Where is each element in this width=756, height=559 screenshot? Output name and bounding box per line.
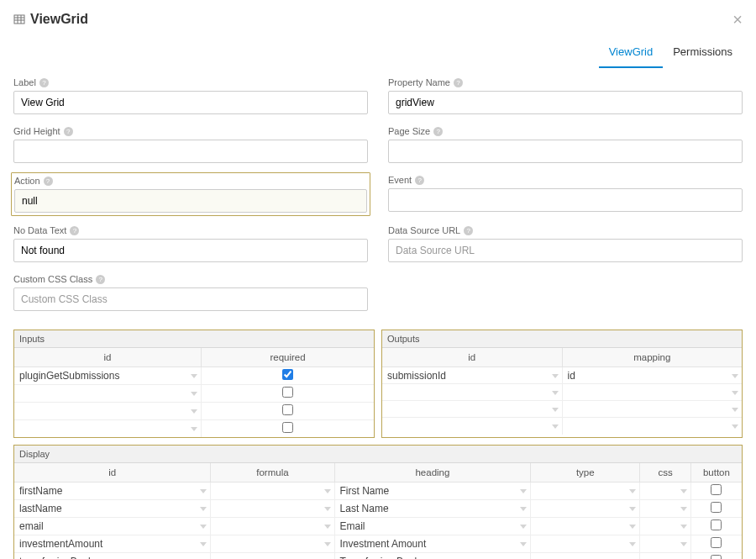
table-cell[interactable] [14, 420, 202, 438]
checkbox[interactable] [711, 484, 722, 495]
tab-viewgrid[interactable]: ViewGrid [599, 37, 664, 68]
table-cell[interactable] [211, 553, 334, 560]
display-section: Display id formula heading type css butt… [13, 445, 743, 559]
table-cell[interactable] [382, 384, 562, 401]
grid-height-input[interactable] [13, 140, 368, 163]
data-source-url-input[interactable] [388, 239, 743, 262]
table-cell[interactable]: Last Name [334, 500, 531, 518]
table-cell[interactable] [531, 518, 640, 535]
table-cell[interactable]: Transferring Bank [334, 553, 531, 560]
table-cell[interactable] [531, 535, 640, 553]
inputs-section: Inputs id required pluginGetSubmissions [13, 330, 375, 438]
table-cell[interactable]: investmentAmount [14, 535, 211, 553]
table-row: emailEmail [14, 518, 742, 535]
field-data-source-url: Data Source URL? [388, 225, 743, 262]
help-icon[interactable]: ? [96, 275, 105, 284]
table-cell[interactable] [14, 385, 202, 403]
table-cell[interactable] [14, 403, 202, 420]
table-cell[interactable] [211, 535, 334, 553]
table-cell [690, 483, 742, 500]
help-icon[interactable]: ? [64, 127, 73, 136]
table-cell[interactable] [382, 418, 562, 435]
table-cell[interactable]: submissionId [382, 367, 562, 384]
table-row [14, 403, 374, 420]
table-cell [690, 535, 742, 553]
table-row: pluginGetSubmissions [14, 367, 374, 385]
checkbox[interactable] [711, 502, 722, 513]
no-data-text-input[interactable] [13, 239, 368, 262]
field-custom-css-class: Custom CSS Class? [13, 274, 368, 311]
table-cell[interactable] [562, 401, 742, 418]
table-cell[interactable] [640, 500, 691, 518]
table-cell[interactable]: Investment Amount [334, 535, 531, 553]
field-property-name: Property Name? [388, 77, 743, 114]
table-cell[interactable]: firstName [14, 483, 211, 500]
table-cell[interactable] [531, 553, 640, 560]
table-cell [690, 518, 742, 535]
help-icon[interactable]: ? [454, 78, 463, 87]
table-cell[interactable]: lastName [14, 500, 211, 518]
custom-css-class-input[interactable] [13, 287, 368, 311]
close-icon[interactable]: × [732, 11, 743, 28]
table-cell [202, 403, 374, 420]
table-cell[interactable]: Email [334, 518, 531, 535]
checkbox[interactable] [711, 555, 722, 559]
help-icon[interactable]: ? [433, 127, 443, 136]
form: Label? Property Name? Grid Height? Page … [13, 77, 743, 559]
table-cell[interactable] [382, 401, 562, 418]
help-icon[interactable]: ? [415, 176, 424, 185]
checkbox[interactable] [282, 387, 293, 398]
table-cell[interactable]: pluginGetSubmissions [14, 367, 202, 385]
field-grid-height: Grid Height? [13, 126, 368, 163]
table-cell[interactable] [640, 518, 691, 535]
checkbox[interactable] [282, 369, 293, 380]
table-row [382, 418, 742, 435]
field-page-size: Page Size? [388, 126, 743, 163]
table-row [382, 384, 742, 401]
dialog-title: ViewGrid [30, 12, 88, 27]
table-cell[interactable] [531, 500, 640, 518]
table-cell[interactable]: transferringBank [14, 553, 211, 560]
property-name-input[interactable] [388, 91, 743, 114]
checkbox[interactable] [282, 404, 293, 415]
help-icon[interactable]: ? [44, 177, 53, 186]
tab-permissions[interactable]: Permissions [663, 37, 743, 68]
table-row [382, 401, 742, 418]
field-event: Event? [388, 175, 743, 214]
checkbox[interactable] [711, 519, 722, 530]
table-row: submissionIdid [382, 367, 742, 384]
table-cell[interactable] [211, 500, 334, 518]
table-cell[interactable] [211, 483, 334, 500]
inputs-header: Inputs [14, 330, 374, 348]
event-input[interactable] [388, 188, 743, 212]
table-cell[interactable]: First Name [334, 483, 531, 500]
table-cell [202, 367, 374, 385]
table-cell[interactable] [640, 535, 691, 553]
page-size-input[interactable] [388, 140, 743, 163]
field-action: Action? [13, 175, 368, 214]
table-cell[interactable]: id [562, 367, 742, 384]
table-cell[interactable] [562, 384, 742, 401]
checkbox[interactable] [711, 537, 722, 548]
table-cell[interactable] [531, 483, 640, 500]
dialog-header: ViewGrid × [13, 7, 743, 32]
table-cell[interactable]: email [14, 518, 211, 535]
table-cell[interactable] [640, 553, 691, 560]
display-header: Display [14, 446, 742, 463]
table-row: transferringBankTransferring Bank [14, 553, 742, 560]
table-cell[interactable] [562, 418, 742, 435]
tab-bar: ViewGrid Permissions [13, 37, 743, 69]
action-input[interactable] [14, 189, 367, 213]
table-cell[interactable] [640, 483, 691, 500]
table-cell[interactable] [211, 518, 334, 535]
help-icon[interactable]: ? [39, 78, 49, 87]
table-cell [690, 553, 742, 560]
display-table: id formula heading type css button first… [14, 463, 742, 559]
table-row: investmentAmountInvestment Amount [14, 535, 742, 553]
label-input[interactable] [13, 91, 368, 114]
table-row [14, 385, 374, 403]
checkbox[interactable] [282, 422, 293, 433]
help-icon[interactable]: ? [70, 226, 79, 235]
help-icon[interactable]: ? [464, 226, 473, 235]
inputs-table: id required pluginGetSubmissions [14, 348, 374, 437]
